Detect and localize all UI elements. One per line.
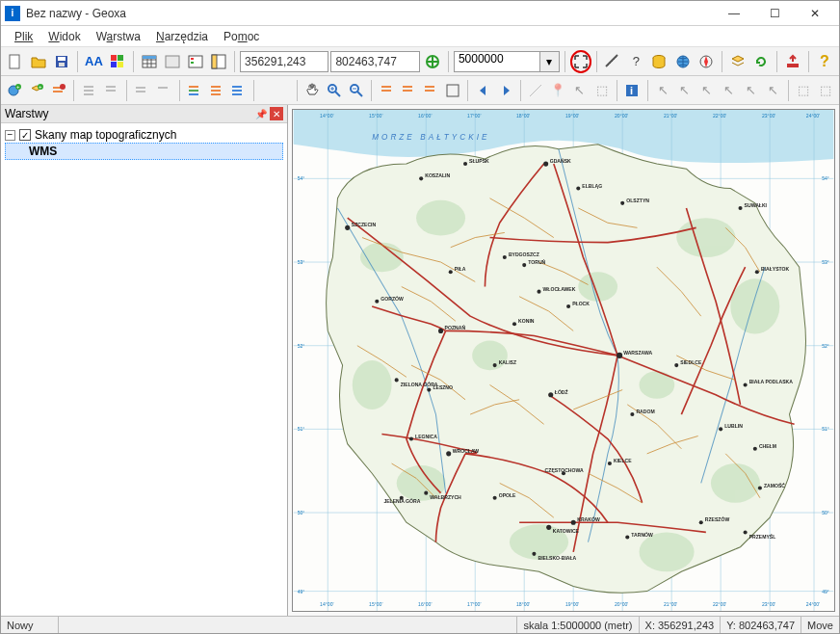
fit-button[interactable] [443, 79, 463, 102]
menu-help[interactable]: Pomoc [216, 28, 267, 45]
svg-rect-36 [84, 90, 93, 92]
minimize-button[interactable]: — [714, 2, 754, 25]
svg-rect-35 [84, 86, 93, 88]
svg-text:SIEDLCE: SIEDLCE [680, 359, 702, 365]
svg-point-114 [395, 378, 399, 382]
svg-text:WARSZAWA: WARSZAWA [623, 350, 652, 356]
cursor6-button[interactable]: ↖ [763, 79, 783, 102]
svg-rect-63 [425, 86, 434, 88]
new-button[interactable] [5, 50, 26, 73]
svg-rect-0 [10, 55, 19, 68]
svg-text:SŁUPSK: SŁUPSK [469, 158, 489, 164]
stack4-button[interactable] [154, 79, 174, 102]
svg-text:ELBLĄG: ELBLĄG [582, 183, 602, 189]
refresh-button[interactable] [750, 50, 772, 73]
map-viewport[interactable]: MORZE BAŁTYCKIE WARSZAWA ŁÓDŹ KRAKÓW WRO… [288, 105, 839, 616]
table2-button[interactable] [162, 50, 183, 73]
earth-add-button[interactable]: + [5, 79, 25, 102]
stack-a-button[interactable] [377, 79, 397, 102]
layers-button[interactable] [727, 50, 748, 73]
menu-layer[interactable]: Warstwa [89, 28, 148, 45]
font-button[interactable]: AA [83, 50, 104, 73]
svg-text:24°00': 24°00' [806, 113, 820, 119]
back-button[interactable] [473, 79, 493, 102]
close-button[interactable]: ✕ [795, 2, 835, 25]
svg-point-105 [503, 255, 507, 259]
cursor1-button[interactable]: ↖ [653, 79, 673, 102]
open-button[interactable] [28, 50, 49, 73]
tree-child-label: WMS [29, 145, 57, 158]
layout-button[interactable] [208, 50, 229, 73]
cursor2-button[interactable]: ↖ [675, 79, 696, 102]
node-button[interactable]: ⬚ [591, 79, 612, 102]
cursor5-button[interactable]: ↖ [741, 79, 761, 102]
svg-text:RZESZÓW: RZESZÓW [705, 515, 730, 522]
goto-coord-button[interactable] [422, 50, 443, 73]
panel-close-button[interactable]: ✕ [270, 107, 283, 120]
zoom-extent-button[interactable] [570, 50, 591, 73]
svg-text:GDAŃSK: GDAŃSK [550, 157, 571, 164]
maximize-button[interactable]: ☐ [754, 2, 795, 25]
menu-tools[interactable]: Narzędzia [148, 28, 216, 45]
palette-button[interactable] [106, 50, 127, 73]
globe-button[interactable] [671, 50, 693, 73]
svg-text:PŁOCK: PŁOCK [572, 301, 590, 306]
coord-x-input[interactable]: 356291,243 [240, 51, 328, 72]
extra2-button[interactable]: ⬚ [815, 79, 835, 102]
measure-button[interactable] [602, 50, 623, 73]
stack-b-button[interactable] [399, 79, 419, 102]
zoom-in-button[interactable] [325, 79, 345, 102]
svg-text:PIŁA: PIŁA [455, 266, 466, 272]
stack1-button[interactable] [79, 79, 99, 102]
scale-dropdown[interactable]: ▾ [540, 51, 560, 72]
table-button[interactable] [139, 50, 160, 73]
legend-button[interactable] [185, 50, 206, 73]
export-button[interactable] [782, 50, 803, 73]
stack-remove-button[interactable] [49, 79, 69, 102]
tree-collapse-icon[interactable]: − [5, 130, 15, 141]
svg-text:KRAKÓW: KRAKÓW [577, 515, 600, 522]
tree-checkbox[interactable]: ✓ [19, 129, 31, 141]
svg-text:53°: 53° [298, 259, 305, 265]
help-button[interactable]: ? [814, 50, 835, 73]
svg-text:22°00': 22°00' [713, 601, 726, 607]
zoom-out-button[interactable] [346, 79, 366, 102]
pan-button[interactable] [302, 79, 323, 102]
measure2-button[interactable] [526, 79, 546, 102]
layer-add-button[interactable]: + [27, 79, 47, 102]
cursor4-button[interactable]: ↖ [719, 79, 739, 102]
svg-point-118 [576, 187, 580, 191]
tree-root-row[interactable]: − ✓ Skany map topograficznych [5, 127, 283, 143]
svg-point-90 [353, 360, 392, 409]
db-button[interactable] [648, 50, 669, 73]
svg-text:19°00': 19°00' [565, 601, 579, 607]
coord-y-input[interactable]: 802463,747 [330, 51, 419, 72]
stack-color3-button[interactable] [228, 79, 249, 102]
menu-file[interactable]: Plik [7, 28, 40, 45]
svg-text:OPOLE: OPOLE [499, 492, 516, 498]
save-button[interactable] [51, 50, 72, 73]
svg-text:BIAŁA PODLASKA: BIAŁA PODLASKA [749, 379, 794, 384]
svg-rect-26 [787, 64, 799, 67]
stack2-button[interactable] [101, 79, 121, 102]
tree-child-row[interactable]: WMS [5, 143, 283, 160]
cursor3-button[interactable]: ↖ [696, 79, 717, 102]
extra1-button[interactable]: ⬚ [794, 79, 814, 102]
select-arrow-button[interactable]: ↖ [569, 79, 590, 102]
info-button[interactable]: i [622, 79, 643, 102]
marker-button[interactable]: 📍 [548, 79, 568, 102]
fwd-button[interactable] [495, 79, 515, 102]
stack-c-button[interactable] [421, 79, 441, 102]
svg-text:KIELCE: KIELCE [614, 458, 632, 463]
area-button[interactable]: ? [625, 50, 646, 73]
stack-color1-button[interactable] [184, 79, 204, 102]
svg-point-131 [753, 447, 757, 451]
scale-input[interactable]: 5000000 [454, 51, 540, 72]
stack-color2-button[interactable] [206, 79, 226, 102]
stack3-button[interactable] [132, 79, 152, 102]
compass-button[interactable] [696, 50, 717, 73]
svg-text:17°00': 17°00' [467, 601, 481, 607]
menu-view[interactable]: Widok [40, 28, 88, 45]
svg-point-112 [522, 263, 526, 267]
panel-pin-button[interactable]: 📌 [254, 107, 268, 120]
